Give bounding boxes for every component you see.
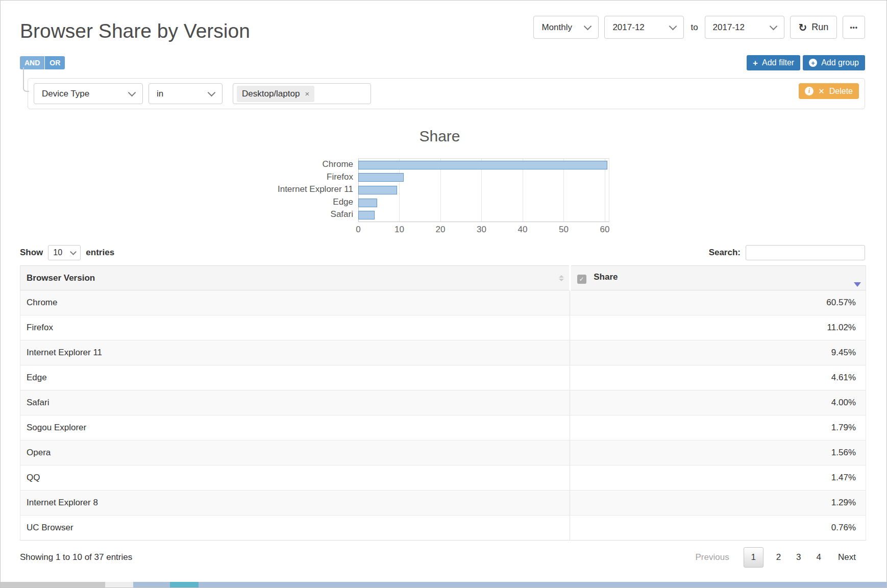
table-row: Internet Explorer 81.29% (20, 491, 866, 516)
entries-label: entries (86, 248, 114, 258)
filter-field-select[interactable]: Device Type (34, 83, 143, 104)
cell-browser-version: Opera (20, 440, 570, 465)
chart-tick-label: 60 (600, 225, 609, 235)
add-group-label: Add group (821, 58, 859, 67)
chart-bar (358, 211, 375, 219)
or-button[interactable]: OR (45, 56, 65, 69)
filter-operator-select[interactable]: in (149, 83, 223, 104)
table-row: Sogou Explorer1.79% (20, 415, 866, 440)
table-row: Edge4.61% (20, 365, 866, 390)
cell-share: 60.57% (570, 290, 866, 315)
table-row: Chrome60.57% (20, 290, 866, 315)
add-filter-button[interactable]: + Add filter (747, 55, 800, 70)
sort-desc-icon (854, 282, 861, 287)
granularity-select[interactable]: Monthly (533, 16, 599, 39)
filter-bar: AND OR + Add filter + Add group (20, 55, 865, 70)
chart-bar (358, 199, 377, 207)
date-from-select[interactable]: 2017-12 (604, 16, 684, 39)
table-row: Firefox11.02% (20, 315, 866, 340)
chevron-down-icon (208, 89, 216, 97)
chart-title: Share (270, 128, 609, 145)
toolbar: Monthly 2017-12 to 2017-12 ↻ Run ••• (533, 16, 865, 39)
next-page-button[interactable]: Next (829, 552, 865, 562)
filter-values-input[interactable]: Desktop/laptop × (233, 83, 371, 104)
chart-category-label: Chrome (270, 158, 353, 171)
column-header-share[interactable]: ✓ Share (570, 266, 866, 290)
page-length-control: Show 10 entries (20, 245, 114, 260)
table-row: Internet Explorer 119.45% (20, 340, 866, 365)
cell-share: 0.76% (570, 516, 866, 541)
sort-icon[interactable] (559, 275, 564, 281)
cell-share: 1.79% (570, 415, 866, 440)
chart-bar (358, 173, 404, 182)
search-control: Search: (709, 245, 865, 260)
chevron-down-icon (769, 22, 777, 31)
cell-browser-version: Internet Explorer 8 (20, 491, 570, 516)
delete-label: Delete (829, 87, 853, 96)
column-label: Browser Version (27, 273, 95, 283)
page-button-2[interactable]: 2 (769, 548, 789, 567)
filter-actions: + Add filter + Add group (747, 55, 865, 70)
chart-category-labels: ChromeFirefoxInternet Explorer 11EdgeSaf… (270, 158, 358, 222)
chart-category-label: Firefox (270, 171, 353, 184)
cell-browser-version: Sogou Explorer (20, 415, 570, 440)
close-icon: ✕ (818, 87, 825, 95)
share-checkbox[interactable]: ✓ (577, 275, 586, 284)
page-button-1[interactable]: 1 (744, 547, 763, 568)
run-label: Run (811, 22, 828, 33)
table-header-row: Browser Version ✓ Share (20, 266, 866, 290)
bottom-strip (1, 582, 886, 587)
bottom-strip-segment (199, 582, 886, 587)
more-options-button[interactable]: ••• (843, 16, 865, 39)
plus-circle-icon: + (809, 59, 817, 67)
chevron-down-icon (584, 22, 592, 31)
remove-tag-icon[interactable]: × (305, 90, 309, 97)
bottom-strip-segment (1, 582, 105, 587)
cell-share: 4.61% (570, 365, 866, 390)
page-size-select[interactable]: 10 (48, 245, 81, 260)
cell-browser-version: Internet Explorer 11 (20, 340, 570, 365)
pagination: Previous 1234 Next (686, 547, 865, 568)
ellipsis-icon: ••• (850, 24, 858, 31)
cell-browser-version: Edge (20, 365, 570, 390)
filter-value-text: Desktop/laptop (242, 89, 300, 99)
table-row: Safari4.00% (20, 390, 866, 415)
chart-tick-label: 0 (356, 225, 360, 235)
page-button-3[interactable]: 3 (789, 548, 808, 567)
cell-browser-version: Safari (20, 390, 570, 415)
filter-value-tag: Desktop/laptop × (237, 86, 314, 102)
chart-x-axis: 0102030405060 (358, 225, 609, 238)
date-to-select[interactable]: 2017-12 (705, 16, 784, 39)
table-row: QQ1.47% (20, 465, 866, 491)
chart-category-label: Edge (270, 196, 353, 209)
add-group-button[interactable]: + Add group (803, 55, 865, 70)
show-label: Show (20, 248, 43, 258)
data-table: Browser Version ✓ Share Chrome60.57%Fire… (20, 265, 866, 541)
add-filter-label: Add filter (762, 58, 794, 67)
to-label: to (691, 22, 698, 33)
table-info: Showing 1 to 10 of 37 entries (20, 552, 132, 562)
delete-filter-button[interactable]: i ✕ Delete (799, 83, 859, 99)
previous-page-button[interactable]: Previous (686, 552, 738, 562)
page: Browser Share by Version Monthly 2017-12… (0, 0, 887, 588)
search-label: Search: (709, 248, 741, 258)
info-icon: i (805, 87, 814, 95)
chart-plot-area (358, 158, 609, 222)
granularity-value: Monthly (541, 22, 572, 33)
cell-share: 11.02% (570, 315, 866, 340)
chart-tick-label: 40 (518, 225, 527, 235)
cell-share: 9.45% (570, 340, 866, 365)
share-bar-chart: Share ChromeFirefoxInternet Explorer 11E… (1, 128, 886, 238)
chevron-down-icon (70, 249, 77, 255)
search-input[interactable] (746, 245, 865, 260)
column-header-browser-version[interactable]: Browser Version (20, 266, 570, 290)
run-button[interactable]: ↻ Run (790, 16, 837, 39)
cell-browser-version: QQ (20, 465, 570, 491)
filter-field-value: Device Type (42, 89, 89, 99)
filter-connector-line (23, 67, 29, 92)
bottom-strip-segment (133, 582, 170, 587)
page-button-4[interactable]: 4 (809, 548, 829, 567)
table-row: UC Browser0.76% (20, 516, 866, 541)
cell-browser-version: Firefox (20, 315, 570, 340)
cell-browser-version: Chrome (20, 290, 570, 315)
